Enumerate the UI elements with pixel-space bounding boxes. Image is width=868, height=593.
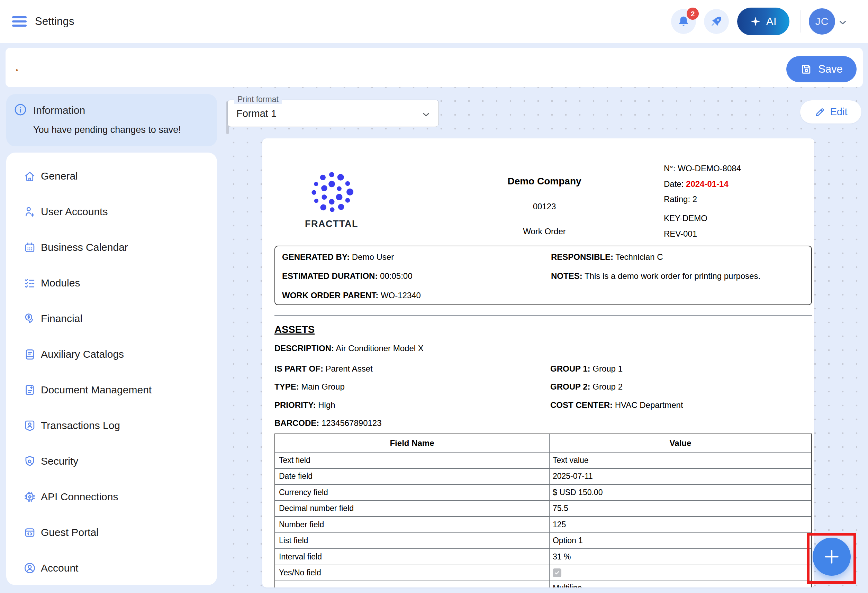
- sidebar-item-financial[interactable]: Financial: [6, 301, 217, 336]
- asset-priority: PRIORITY: High: [275, 400, 335, 410]
- shield-icon: [23, 454, 36, 468]
- whats-new-button[interactable]: [704, 9, 729, 34]
- sidebar-item-security[interactable]: Security: [6, 443, 217, 479]
- table-row-yesno: Yes/No field: [275, 565, 811, 581]
- floppy-disk-icon: [800, 63, 813, 75]
- chevron-down-icon: [421, 109, 431, 120]
- assets-heading: ASSETS: [275, 324, 314, 335]
- asset-group1: GROUP 1: Group 1: [550, 364, 623, 374]
- table-row: Decimal number field 75.5: [275, 500, 811, 516]
- print-format-value: Format 1: [236, 108, 276, 119]
- table-row: Currency field $ USD 150.00: [275, 484, 811, 500]
- sidebar-item-api-connections[interactable]: API Connections: [6, 479, 217, 515]
- hamburger-menu-icon[interactable]: [12, 16, 27, 27]
- sidebar-item-business-calendar[interactable]: Business Calendar: [6, 229, 217, 265]
- edit-button[interactable]: Edit: [800, 100, 861, 124]
- company-code: 00123: [411, 202, 678, 211]
- settings-menu: General User Accounts Business Calendar: [6, 153, 217, 585]
- info-card-message: You have pending changes to save!: [33, 125, 181, 135]
- ai-assistant-button[interactable]: AI: [737, 7, 790, 35]
- asset-is-part-of: IS PART OF: Parent Asset: [275, 364, 373, 374]
- save-button[interactable]: Save: [786, 56, 856, 83]
- stray-text-dot: [16, 69, 18, 71]
- home-icon: [23, 170, 36, 183]
- document-icon: [23, 384, 36, 397]
- book-icon: [23, 348, 36, 361]
- sparkle-icon: [750, 16, 761, 27]
- coin-icon: [23, 312, 36, 325]
- browser-code-icon: [23, 526, 36, 539]
- summary-box: GENERATED BY: Demo User ESTIMATED DURATI…: [275, 246, 812, 305]
- id-badge-icon: [23, 419, 36, 432]
- sidebar-item-guest-portal[interactable]: Guest Portal: [6, 515, 217, 550]
- ai-button-label: AI: [766, 15, 776, 28]
- table-row: List field Option 1: [275, 533, 811, 549]
- sidebar-item-document-management[interactable]: Document Management: [6, 372, 217, 407]
- asset-cost-center: COST CENTER: HVAC Department: [550, 400, 683, 410]
- print-format-label: Print format: [234, 95, 282, 104]
- table-row: Interval field 31 %: [275, 548, 811, 565]
- checklist-icon: [23, 276, 36, 289]
- table-row: Date field 2025-07-11: [275, 468, 811, 484]
- asset-barcode: BARCODE: 1234567890123: [275, 418, 382, 428]
- table-row: Text field Text value: [275, 452, 811, 468]
- company-name: Demo Company: [411, 176, 678, 187]
- checked-checkbox: [553, 568, 561, 577]
- sidebar-item-general[interactable]: General: [6, 158, 217, 194]
- info-icon: [14, 103, 27, 116]
- settings-page: Settings 2 AI JC: [0, 0, 868, 593]
- action-toolbar: [6, 48, 863, 87]
- sidebar-item-modules[interactable]: Modules: [6, 265, 217, 301]
- table-row-clipped: Multiline: [275, 581, 811, 587]
- annotation-highlight-rectangle: [807, 533, 856, 584]
- info-card-title: Information: [33, 105, 85, 116]
- wo-key: KEY-DEMO: [664, 213, 707, 224]
- work-order-print-preview: FRACTTAL Demo Company 00123 Work Order N…: [262, 139, 814, 587]
- person-circle-icon: [23, 562, 36, 575]
- wo-number: N°: WO-DEMO-8084: [664, 163, 741, 174]
- fracttal-logo-text: FRACTTAL: [286, 219, 376, 229]
- save-button-label: Save: [818, 63, 843, 75]
- rocket-icon: [710, 15, 723, 28]
- chevron-down-icon[interactable]: [837, 17, 848, 28]
- pencil-icon: [814, 106, 825, 118]
- header-divider: [800, 10, 801, 32]
- wo-revision: REV-001: [664, 229, 697, 239]
- table-row: Number field 125: [275, 516, 811, 533]
- avatar[interactable]: JC: [809, 8, 835, 35]
- user-plus-icon: [23, 205, 36, 218]
- notes: NOTES: This is a demo work order for pri…: [551, 271, 760, 281]
- asset-group2: GROUP 2: Group 2: [550, 382, 623, 392]
- estimated-duration: ESTIMATED DURATION: 00:05:00: [282, 271, 413, 281]
- sidebar-item-account[interactable]: Account: [6, 550, 217, 586]
- wo-date: Date: 2024-01-14: [664, 179, 729, 189]
- fracttal-logo: [309, 170, 355, 216]
- calendar-icon: [23, 241, 36, 254]
- notification-badge: 2: [686, 7, 699, 20]
- sidebar-item-transactions-log[interactable]: Transactions Log: [6, 407, 217, 443]
- doc-type: Work Order: [411, 227, 678, 236]
- generated-by: GENERATED BY: Demo User: [282, 252, 394, 262]
- asset-description: DESCRIPTION: Air Conditioner Model X: [275, 343, 424, 354]
- asset-type: TYPE: Main Group: [275, 382, 345, 392]
- table-header-row: Field Name Value: [275, 434, 811, 452]
- sidebar-item-auxiliary-catalogs[interactable]: Auxiliary Catalogs: [6, 336, 217, 372]
- work-order-parent: WORK ORDER PARENT: WO-12340: [282, 290, 421, 301]
- page-title: Settings: [35, 15, 74, 28]
- section-divider: [275, 315, 812, 316]
- pending-changes-info-card: [6, 94, 217, 146]
- wo-rating: Rating: 2: [664, 194, 697, 205]
- responsible: RESPONSIBLE: Technician C: [551, 252, 663, 262]
- custom-fields-table: Field Name Value Text field Text value D…: [275, 434, 812, 587]
- sidebar-item-user-accounts[interactable]: User Accounts: [6, 194, 217, 229]
- chip-icon: [23, 490, 36, 503]
- edit-button-label: Edit: [830, 106, 847, 118]
